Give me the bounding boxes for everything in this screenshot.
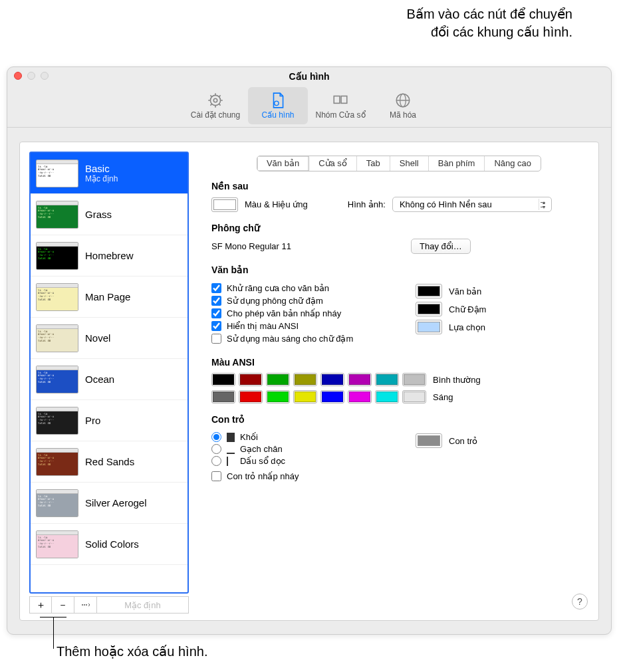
antialias-checkbox[interactable]: Khử răng cưa cho văn bản xyxy=(211,283,382,293)
background-section: Nền sau Màu & Hiệu ứng Hình ảnh: Không c… xyxy=(211,181,586,212)
svg-line-9 xyxy=(219,95,220,96)
tab-tab[interactable]: Tab xyxy=(357,156,390,171)
profile-thumbnail: ls -ladrwxr-xr-x-rw-r--r--total 48 xyxy=(36,324,78,352)
tab-text[interactable]: Văn bản xyxy=(257,156,309,171)
remove-profile-button[interactable]: － xyxy=(52,596,74,614)
profile-thumbnail: ls -ladrwxr-xr-x-rw-r--r--total 48 xyxy=(36,489,78,517)
toolbar-encoding[interactable]: Mã hóa xyxy=(373,87,433,124)
svg-point-1 xyxy=(213,98,217,102)
ansi-normal-6[interactable] xyxy=(375,373,399,386)
profile-tabs: Văn bản Cửa sổ Tab Shell Bàn phím Nâng c… xyxy=(257,156,541,171)
profile-item-basic[interactable]: ls -ladrwxr-xr-x-rw-r--r--total 48BasicM… xyxy=(31,153,187,194)
cursor-color-well[interactable] xyxy=(416,433,442,448)
image-label: Hình ảnh: xyxy=(348,199,386,209)
blink-text-checkbox[interactable]: Cho phép văn bản nhấp nháy xyxy=(211,308,382,318)
toolbar-profiles[interactable]: Cấu hình xyxy=(248,87,308,124)
ansi-bright-7[interactable] xyxy=(402,390,426,403)
windows-icon xyxy=(331,92,350,109)
cursor-blink-checkbox[interactable]: Con trỏ nhấp nháy xyxy=(211,471,382,481)
ellipsis-chevron-icon xyxy=(80,601,91,609)
profile-actions-button[interactable] xyxy=(74,596,97,614)
tab-window[interactable]: Cửa sổ xyxy=(309,156,357,171)
ansi-normal-7[interactable] xyxy=(402,373,426,386)
svg-rect-11 xyxy=(334,96,340,104)
color-effects-label: Màu & Hiệu ứng xyxy=(245,199,308,209)
cursor-bar-radio[interactable]: Dấu sổ dọc xyxy=(211,456,382,466)
profile-item-novel[interactable]: ls -ladrwxr-xr-x-rw-r--r--total 48Novel xyxy=(31,318,187,359)
chevron-updown-icon xyxy=(539,199,549,210)
font-value: SF Mono Regular 11 xyxy=(211,241,404,251)
font-title: Phông chữ xyxy=(211,223,586,233)
background-color-well[interactable] xyxy=(211,197,238,212)
add-profile-button[interactable]: ＋ xyxy=(29,596,52,614)
cursor-underline-radio[interactable]: Gạch chân xyxy=(211,444,382,454)
document-gear-icon xyxy=(269,92,287,109)
ansi-normal-4[interactable] xyxy=(320,373,344,386)
tab-advanced[interactable]: Nâng cao xyxy=(485,156,541,171)
svg-point-16 xyxy=(82,604,83,606)
ansi-bright-2[interactable] xyxy=(266,390,290,403)
profile-thumbnail: ls -ladrwxr-xr-x-rw-r--r--total 48 xyxy=(36,448,78,476)
ansi-normal-2[interactable] xyxy=(266,373,290,386)
profile-item-grass[interactable]: ls -ladrwxr-xr-x-rw-r--r--total 48Grass xyxy=(31,194,187,235)
cursor-title: Con trỏ xyxy=(211,414,586,425)
profile-name: Basic xyxy=(85,163,118,174)
gear-icon xyxy=(206,92,225,109)
bold-color-well[interactable] xyxy=(416,302,442,316)
profile-item-pro[interactable]: ls -ladrwxr-xr-x-rw-r--r--total 48Pro xyxy=(31,400,187,441)
profile-item-man-page[interactable]: ls -ladrwxr-xr-x-rw-r--r--total 48Man Pa… xyxy=(31,277,187,318)
ansi-colors-checkbox[interactable]: Hiển thị màu ANSI xyxy=(211,321,382,331)
ansi-normal-0[interactable] xyxy=(211,373,235,386)
profile-item-homebrew[interactable]: ls -ladrwxr-xr-x-rw-r--r--total 48Homebr… xyxy=(31,235,187,277)
profile-name: Homebrew xyxy=(85,250,134,261)
profile-name: Silver Aerogel xyxy=(85,497,147,508)
tab-shell[interactable]: Shell xyxy=(390,156,429,171)
svg-point-10 xyxy=(275,101,279,106)
tab-keyboard[interactable]: Bàn phím xyxy=(429,156,485,171)
cursor-block-radio[interactable]: Khối xyxy=(211,432,382,442)
set-default-button[interactable]: Mặc định xyxy=(97,596,189,614)
profile-subtitle: Mặc định xyxy=(85,174,118,183)
profile-name: Man Page xyxy=(85,291,130,302)
ansi-bright-5[interactable] xyxy=(348,390,372,403)
text-section: Văn bản Khử răng cưa cho văn bản Sử dụng… xyxy=(211,265,586,346)
toolbar-window-groups[interactable]: Nhóm Cửa sổ xyxy=(310,87,370,124)
profile-item-red-sands[interactable]: ls -ladrwxr-xr-x-rw-r--r--total 48Red Sa… xyxy=(31,441,187,483)
bold-font-checkbox[interactable]: Sử dụng phông chữ đậm xyxy=(211,296,382,306)
ansi-normal-1[interactable] xyxy=(239,373,263,386)
cursor-section: Con trỏ Khối Gạch chân Dấu sổ dọc Con tr… xyxy=(211,414,586,484)
text-color-well[interactable] xyxy=(416,284,442,298)
profile-item-silver-aerogel[interactable]: ls -ladrwxr-xr-x-rw-r--r--total 48Silver… xyxy=(31,483,187,524)
bright-bold-checkbox[interactable]: Sử dụng màu sáng cho chữ đậm xyxy=(211,334,382,344)
ansi-normal-3[interactable] xyxy=(293,373,317,386)
profile-name: Pro xyxy=(85,415,100,426)
profile-name: Novel xyxy=(85,332,110,344)
ansi-bright-3[interactable] xyxy=(293,390,317,403)
profile-name: Solid Colors xyxy=(85,538,139,550)
svg-point-0 xyxy=(210,95,220,105)
ansi-normal-5[interactable] xyxy=(348,373,372,386)
preferences-window: Cấu hình Cài đặt chung Cấu hình Nhóm Cửa… xyxy=(7,66,612,635)
ansi-bright-6[interactable] xyxy=(375,390,399,403)
profile-thumbnail: ls -ladrwxr-xr-x-rw-r--r--total 48 xyxy=(36,160,78,187)
toolbar-general[interactable]: Cài đặt chung xyxy=(186,87,245,124)
profile-thumbnail: ls -ladrwxr-xr-x-rw-r--r--total 48 xyxy=(36,530,78,558)
help-button[interactable]: ? xyxy=(572,594,588,610)
profile-item-solid-colors[interactable]: ls -ladrwxr-xr-x-rw-r--r--total 48Solid … xyxy=(31,524,187,565)
ansi-bright-1[interactable] xyxy=(239,390,263,403)
main-panel: Văn bản Cửa sổ Tab Shell Bàn phím Nâng c… xyxy=(199,142,598,620)
profile-item-ocean[interactable]: ls -ladrwxr-xr-x-rw-r--r--total 48Ocean xyxy=(31,359,187,400)
change-font-button[interactable]: Thay đổi… xyxy=(411,239,471,254)
text-title: Văn bản xyxy=(211,265,586,275)
content-frame: ls -ladrwxr-xr-x-rw-r--r--total 48BasicM… xyxy=(19,142,599,621)
selection-color-well[interactable] xyxy=(416,320,442,334)
sidebar-footer: ＋ － Mặc định xyxy=(29,596,189,614)
callout-line xyxy=(53,617,54,649)
font-section: Phông chữ SF Mono Regular 11 Thay đổi… xyxy=(211,223,586,254)
callout-bottom: Thêm hoặc xóa cấu hình. xyxy=(57,643,207,659)
ansi-bright-4[interactable] xyxy=(320,390,344,403)
background-image-select[interactable]: Không có Hình Nền sau xyxy=(392,197,552,212)
callout-top: Bấm vào các nút để chuyển đổi các khung … xyxy=(407,5,572,41)
ansi-bright-0[interactable] xyxy=(211,390,235,403)
background-title: Nền sau xyxy=(211,181,586,191)
